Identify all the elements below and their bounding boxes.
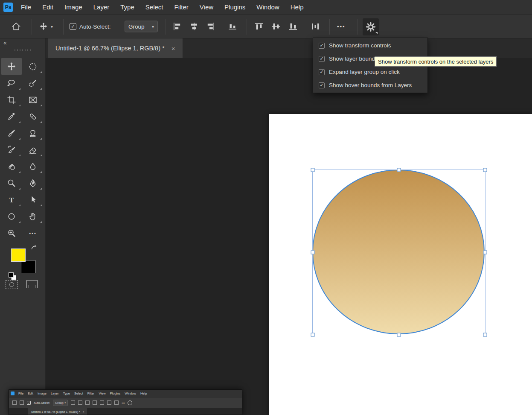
menu-item-plugins[interactable]: Plugins: [219, 0, 251, 15]
align-right-button[interactable]: [206, 22, 215, 31]
menu-item-expand-layer-group[interactable]: ✓ Expand layer group on click: [313, 65, 427, 79]
mini-photoshop-window[interactable]: File Edit Image Layer Type Select Filter…: [9, 389, 242, 415]
frame-tool[interactable]: [22, 91, 44, 108]
align-top-button[interactable]: [254, 22, 264, 31]
ellipse-shape-tool[interactable]: [1, 208, 22, 225]
collapse-toolbar-button[interactable]: «: [3, 39, 7, 46]
menu-item-help[interactable]: Help: [285, 0, 309, 15]
background-color-swatch[interactable]: [21, 260, 35, 273]
mini-align-left-icon[interactable]: [71, 400, 75, 405]
hand-tool[interactable]: [22, 208, 44, 225]
crop-tool[interactable]: [1, 91, 22, 108]
transform-handle-bottom-right[interactable]: [483, 333, 487, 337]
mini-move-tool-icon[interactable]: [20, 400, 24, 405]
more-options-button[interactable]: •••: [337, 23, 346, 30]
eyedropper-tool[interactable]: [1, 108, 22, 125]
distribute-horizontal-button[interactable]: [311, 22, 320, 31]
mini-auto-select-checkbox[interactable]: ✓: [27, 401, 31, 405]
move-tool-settings-button[interactable]: [363, 18, 379, 35]
pen-tool[interactable]: [22, 175, 44, 191]
dodge-tool[interactable]: [1, 175, 22, 191]
align-top-edges-button[interactable]: [228, 22, 237, 31]
mini-menu-item[interactable]: Edit: [26, 392, 35, 395]
screen-mode-button[interactable]: [26, 280, 38, 288]
foreground-color-swatch[interactable]: [11, 248, 26, 262]
elliptical-marquee-tool[interactable]: [22, 58, 44, 75]
align-bottom-button[interactable]: [288, 22, 298, 31]
mini-menu-item[interactable]: Image: [35, 392, 49, 395]
quick-mask-button[interactable]: [6, 280, 18, 289]
home-button[interactable]: [11, 21, 21, 32]
transform-handle-middle-left[interactable]: [311, 251, 315, 254]
default-colors-button[interactable]: [9, 272, 16, 280]
close-tab-icon[interactable]: ×: [172, 45, 175, 52]
align-horizontal-centers-button[interactable]: [189, 22, 199, 31]
transform-handle-bottom-left[interactable]: [311, 333, 315, 337]
path-selection-tool[interactable]: [22, 191, 44, 208]
clone-stamp-tool[interactable]: [22, 125, 44, 141]
mini-menu-item[interactable]: Select: [72, 392, 85, 395]
mini-menu-item[interactable]: Type: [61, 392, 72, 395]
menu-item-view[interactable]: View: [194, 0, 219, 15]
menu-item-window[interactable]: Window: [251, 0, 285, 15]
brush-tool[interactable]: [1, 125, 22, 141]
blur-tool[interactable]: [22, 158, 44, 175]
menu-item-show-transform-controls[interactable]: ✓ Show transform controls: [313, 39, 427, 52]
mini-distribute-icon[interactable]: [114, 400, 119, 405]
mini-menu-item[interactable]: Window: [122, 392, 138, 395]
menu-item-type[interactable]: Type: [115, 0, 140, 15]
mini-align-right-icon[interactable]: [85, 400, 90, 405]
menu-item-layer[interactable]: Layer: [88, 0, 115, 15]
mini-more-options-icon[interactable]: •••: [122, 401, 125, 404]
eraser-tool[interactable]: [22, 141, 44, 158]
menu-item-filter[interactable]: Filter: [169, 0, 194, 15]
paint-bucket-tool[interactable]: [1, 158, 22, 175]
zoom-tool[interactable]: [1, 225, 22, 241]
checkbox-checked-icon[interactable]: ✓: [319, 69, 325, 75]
type-tool[interactable]: T: [1, 191, 22, 208]
mini-document-tab[interactable]: Untitled-1 @ 66.7% (Ellipse 1, RGB/8) * …: [28, 408, 87, 415]
mini-align-bottom-icon[interactable]: [107, 400, 111, 405]
mini-home-icon[interactable]: [12, 400, 17, 405]
mini-align-center-icon[interactable]: [78, 400, 82, 405]
auto-select-target-dropdown[interactable]: Group ▾: [125, 21, 158, 32]
transform-handle-top-right[interactable]: [483, 168, 487, 172]
mini-menu-item[interactable]: Filter: [85, 392, 97, 395]
mini-align-top-icon[interactable]: [93, 400, 97, 405]
menu-item-show-hover-bounds[interactable]: ✓ Show hover bounds from Layers: [313, 79, 427, 92]
menu-item-edit[interactable]: Edit: [37, 0, 59, 15]
lasso-tool[interactable]: [1, 75, 22, 91]
mini-menu-item[interactable]: View: [96, 392, 108, 395]
mini-menu-item[interactable]: File: [16, 392, 26, 395]
checkbox-checked-icon[interactable]: ✓: [319, 43, 325, 49]
move-tool[interactable]: [1, 58, 22, 75]
swap-colors-icon[interactable]: [31, 244, 38, 251]
healing-brush-tool[interactable]: [22, 108, 44, 125]
edit-toolbar-button[interactable]: •••: [22, 225, 44, 241]
checkbox-checked-icon[interactable]: ✓: [319, 82, 325, 88]
mini-gear-icon[interactable]: [128, 400, 132, 405]
transform-handle-top-left[interactable]: [311, 168, 315, 172]
mini-close-tab-icon[interactable]: ×: [83, 410, 84, 413]
auto-select-checkbox[interactable]: ✓: [70, 23, 76, 30]
canvas-area[interactable]: [46, 58, 532, 415]
transform-handle-bottom-center[interactable]: [397, 333, 401, 337]
mini-group-dropdown[interactable]: Group ▾: [53, 400, 68, 406]
mini-menu-item[interactable]: Plugins: [108, 392, 123, 395]
menu-item-file[interactable]: File: [15, 0, 37, 15]
checkbox-checked-icon[interactable]: ✓: [319, 56, 325, 62]
tool-preset-button[interactable]: ▾: [39, 22, 53, 31]
menu-item-image[interactable]: Image: [59, 0, 88, 15]
transform-handle-middle-right[interactable]: [483, 251, 487, 254]
quick-selection-tool[interactable]: [22, 75, 44, 91]
transform-handle-top-center[interactable]: [397, 168, 401, 172]
align-vertical-centers-button[interactable]: [271, 22, 281, 31]
toolbar-drag-grip[interactable]: [14, 49, 32, 51]
document-tab[interactable]: Untitled-1 @ 66.7% (Ellipse 1, RGB/8) * …: [48, 38, 183, 58]
menu-item-select[interactable]: Select: [140, 0, 169, 15]
align-left-button[interactable]: [172, 22, 182, 31]
mini-menu-item[interactable]: Help: [138, 392, 149, 395]
history-brush-tool[interactable]: [1, 141, 22, 158]
mini-menu-item[interactable]: Layer: [49, 392, 61, 395]
mini-align-middle-icon[interactable]: [100, 400, 104, 405]
